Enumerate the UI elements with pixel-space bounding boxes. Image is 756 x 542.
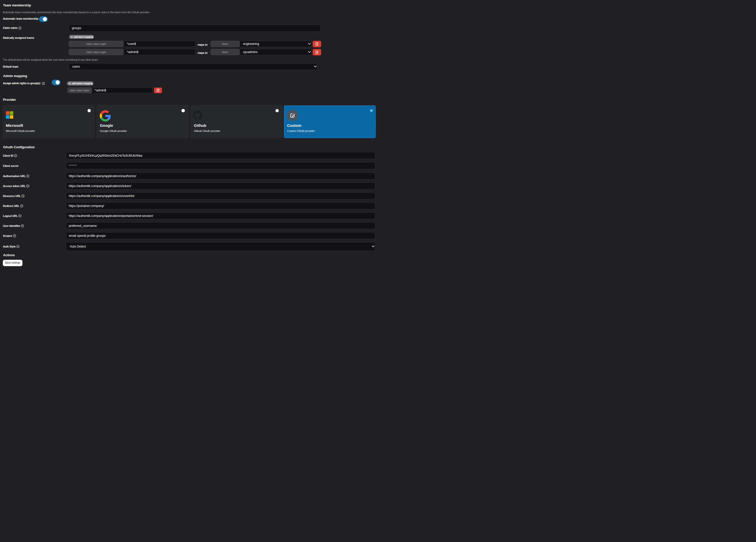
svg-text:?: ? <box>15 154 16 157</box>
svg-text:?: ? <box>17 245 19 247</box>
svg-text:?: ? <box>27 185 29 187</box>
svg-text:?: ? <box>19 214 21 217</box>
svg-text:?: ? <box>21 205 22 207</box>
svg-text:?: ? <box>27 175 29 177</box>
svg-text:?: ? <box>22 224 23 227</box>
svg-text:?: ? <box>14 234 15 237</box>
svg-text:?: ? <box>43 82 44 85</box>
svg-text:?: ? <box>19 27 20 29</box>
svg-text:?: ? <box>22 195 24 197</box>
